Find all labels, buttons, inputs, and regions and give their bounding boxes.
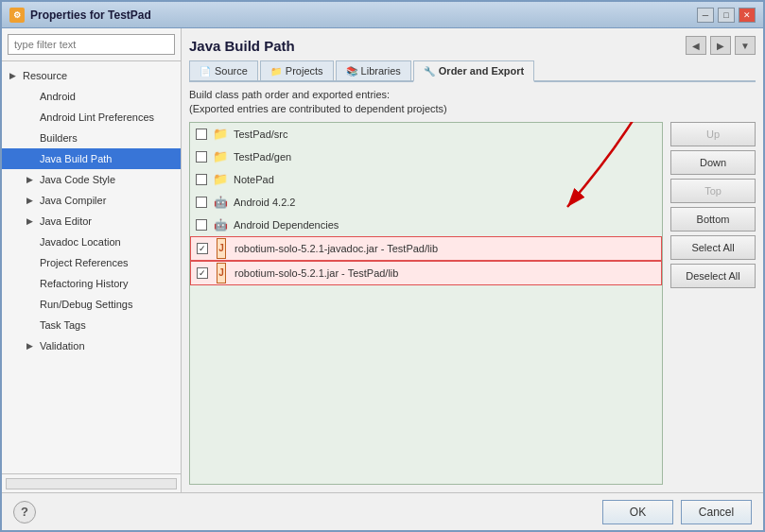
select-all-button[interactable]: Select All (670, 235, 756, 260)
sidebar-item-project-references[interactable]: Project References (2, 252, 181, 273)
entry-notepad[interactable]: 📁NotePad (190, 168, 662, 191)
entries-panel: 📁TestPad/src📁TestPad/gen📁NotePad🤖Android… (189, 122, 663, 485)
entry-icon-robotium-jar: J (214, 266, 229, 281)
description-line2: (Exported entries are contributed to dep… (189, 102, 756, 116)
sidebar-item-label-project-references: Project References (40, 254, 129, 271)
tab-projects[interactable]: 📁Projects (260, 60, 334, 80)
entry-checkbox-robotium-jar[interactable] (197, 267, 208, 279)
sidebar-item-refactoring-history[interactable]: Refactoring History (2, 273, 181, 294)
sidebar-item-label-resource: Resource (23, 67, 67, 84)
entry-icon-robotium-javadoc: J (214, 241, 229, 256)
description-line1: Build class path order and exported entr… (189, 88, 756, 102)
entry-label-notepad: NotePad (234, 170, 274, 189)
down-button[interactable]: Down (670, 150, 756, 175)
scrollbar-horizontal[interactable] (6, 478, 177, 489)
tab-label-projects: Projects (286, 65, 323, 77)
tab-label-source: Source (215, 65, 248, 77)
deselect-all-button[interactable]: Deselect All (670, 264, 756, 288)
filter-box (2, 28, 181, 61)
sidebar-item-validation[interactable]: ▶Validation (2, 335, 181, 356)
entry-icon-android-deps: 🤖 (213, 217, 228, 232)
entry-checkbox-robotium-javadoc[interactable] (197, 243, 208, 254)
menu-dropdown-button[interactable]: ▼ (735, 36, 756, 55)
sidebar-item-label-java-compiler: Java Compiler (40, 192, 106, 209)
entry-testpad-gen[interactable]: 📁TestPad/gen (190, 146, 662, 168)
entry-icon-testpad-src: 📁 (213, 127, 228, 142)
main-content: 📁TestPad/src📁TestPad/gen📁NotePad🤖Android… (189, 122, 756, 485)
tab-order[interactable]: 🔧Order and Export (413, 60, 534, 82)
content-area: ▶ResourceAndroidAndroid Lint Preferences… (2, 28, 763, 492)
sidebar-item-label-run-debug: Run/Debug Settings (40, 296, 132, 313)
sidebar-tree: ▶ResourceAndroidAndroid Lint Preferences… (2, 61, 181, 473)
main-header: Java Build Path ◀ ▶ ▼ (189, 36, 756, 55)
tab-icon-source: 📄 (200, 66, 211, 77)
tab-source[interactable]: 📄Source (189, 60, 258, 80)
minimize-button[interactable]: ─ (697, 8, 714, 23)
sidebar-item-android-lint[interactable]: Android Lint Preferences (2, 107, 181, 128)
sidebar-scrollbar[interactable] (2, 473, 181, 492)
tab-label-libraries: Libraries (361, 65, 401, 77)
right-buttons: UpDownTopBottomSelect AllDeselect All (670, 122, 756, 485)
entry-robotium-jar[interactable]: Jrobotium-solo-5.2.1.jar - TestPad/lib (190, 261, 662, 285)
sidebar-item-label-android-lint: Android Lint Preferences (40, 109, 154, 126)
sidebar-item-label-java-editor: Java Editor (40, 213, 92, 230)
sidebar-item-label-java-code-style: Java Code Style (40, 171, 115, 188)
sidebar-item-label-javadoc-location: Javadoc Location (40, 233, 121, 250)
sidebar-item-java-code-style[interactable]: ▶Java Code Style (2, 169, 181, 190)
entry-label-testpad-src: TestPad/src (234, 125, 287, 144)
sidebar-item-label-validation: Validation (40, 337, 85, 354)
filter-input[interactable] (8, 34, 175, 55)
sidebar: ▶ResourceAndroidAndroid Lint Preferences… (2, 28, 182, 492)
entry-checkbox-notepad[interactable] (196, 174, 207, 185)
sidebar-item-java-editor[interactable]: ▶Java Editor (2, 211, 181, 232)
dialog-buttons: OK Cancel (602, 500, 752, 524)
sidebar-item-task-tags[interactable]: Task Tags (2, 315, 181, 335)
page-title: Java Build Path (189, 38, 295, 54)
entry-checkbox-android-deps[interactable] (196, 219, 207, 231)
entry-checkbox-testpad-src[interactable] (196, 129, 207, 140)
tab-icon-projects: 📁 (270, 66, 282, 77)
bottom-button[interactable]: Bottom (670, 207, 756, 232)
tabs: 📄Source📁Projects📚Libraries🔧Order and Exp… (189, 60, 756, 82)
ok-button[interactable]: OK (602, 500, 673, 524)
entry-android-422[interactable]: 🤖Android 4.2.2 (190, 191, 662, 214)
bottom-bar: ? OK Cancel (2, 492, 763, 530)
cancel-button[interactable]: Cancel (681, 500, 752, 524)
entry-label-android-deps: Android Dependencies (234, 215, 339, 234)
entry-label-android-422: Android 4.2.2 (234, 193, 295, 212)
sidebar-item-builders[interactable]: Builders (2, 128, 181, 148)
entry-robotium-javadoc[interactable]: Jrobotium-solo-5.2.1-javadoc.jar - TestP… (190, 236, 662, 261)
entry-label-testpad-gen: TestPad/gen (234, 147, 291, 166)
title-buttons: ─ □ ✕ (697, 8, 756, 23)
sidebar-item-label-refactoring-history: Refactoring History (40, 275, 129, 292)
dialog-icon: ⚙ (9, 8, 25, 23)
main-area: Java Build Path ◀ ▶ ▼ 📄Source📁Projects📚L… (182, 28, 763, 492)
title-bar: ⚙ Properties for TestPad ─ □ ✕ (2, 2, 763, 28)
top-button: Top (670, 179, 756, 203)
sidebar-item-resource[interactable]: ▶Resource (2, 65, 181, 86)
close-button[interactable]: ✕ (739, 8, 756, 23)
sidebar-item-run-debug[interactable]: Run/Debug Settings (2, 294, 181, 315)
entry-testpad-src[interactable]: 📁TestPad/src (190, 123, 662, 146)
tab-label-order: Order and Export (439, 65, 524, 77)
entry-checkbox-android-422[interactable] (196, 197, 207, 208)
dialog-title: Properties for TestPad (30, 9, 697, 22)
back-button[interactable]: ◀ (686, 36, 706, 55)
description: Build class path order and exported entr… (189, 88, 756, 116)
entry-checkbox-testpad-gen[interactable] (196, 151, 207, 163)
sidebar-item-java-build-path[interactable]: Java Build Path (2, 148, 181, 169)
sidebar-item-java-compiler[interactable]: ▶Java Compiler (2, 190, 181, 211)
sidebar-item-android[interactable]: Android (2, 86, 181, 107)
entry-icon-notepad: 📁 (213, 172, 228, 187)
entry-android-deps[interactable]: 🤖Android Dependencies (190, 214, 662, 236)
entry-icon-android-422: 🤖 (213, 195, 228, 210)
forward-button[interactable]: ▶ (710, 36, 731, 55)
maximize-button[interactable]: □ (718, 8, 735, 23)
up-button: Up (670, 122, 756, 146)
help-button[interactable]: ? (13, 501, 36, 523)
nav-buttons: ◀ ▶ ▼ (686, 36, 756, 55)
tab-libraries[interactable]: 📚Libraries (336, 60, 411, 80)
entry-label-robotium-javadoc: robotium-solo-5.2.1-javadoc.jar - TestPa… (235, 239, 438, 258)
tab-icon-libraries: 📚 (346, 66, 357, 77)
sidebar-item-javadoc-location[interactable]: Javadoc Location (2, 232, 181, 252)
